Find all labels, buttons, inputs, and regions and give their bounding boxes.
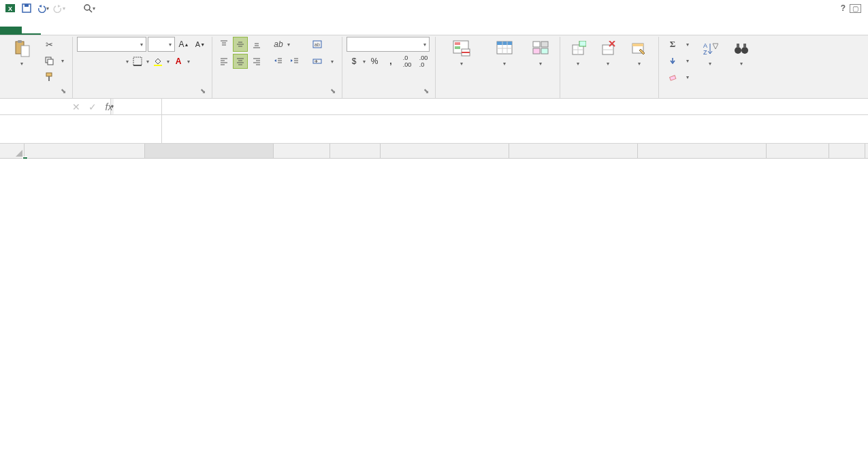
format-as-table-button[interactable]: ▾ <box>486 37 523 67</box>
ribbon-display-icon[interactable]: ▢ <box>850 4 861 13</box>
select-all-corner[interactable] <box>0 144 25 159</box>
fill-button[interactable]: ▾ <box>663 53 693 68</box>
svg-rect-76 <box>737 44 739 48</box>
tab-formulas[interactable] <box>79 27 98 35</box>
increase-font-icon[interactable]: A▲ <box>176 37 191 52</box>
svg-text:X: X <box>8 5 12 12</box>
tab-view[interactable] <box>136 27 155 35</box>
sort-filter-button[interactable]: AZ ▾ <box>696 37 724 67</box>
increase-indent-icon[interactable] <box>287 54 302 69</box>
group-font: ▾ ▾ A▲ A▼ ▾ ▾ ▾ A▾ ⬊ <box>73 37 212 98</box>
svg-rect-77 <box>743 44 746 48</box>
sort-filter-icon: AZ <box>700 38 720 59</box>
wrap-text-icon: ab <box>312 39 323 50</box>
copy-button[interactable]: ▾ <box>39 53 68 68</box>
format-cells-button[interactable]: ▾ <box>624 37 654 67</box>
bold-button[interactable] <box>77 54 92 69</box>
cell-styles-button[interactable]: ▾ <box>526 37 556 67</box>
conditional-formatting-icon <box>451 38 472 59</box>
col-header-I[interactable] <box>829 144 865 158</box>
tab-file[interactable] <box>0 27 22 35</box>
svg-rect-58 <box>533 48 540 54</box>
tab-page-layout[interactable] <box>60 27 79 35</box>
align-left-icon[interactable] <box>216 54 231 69</box>
autosum-button[interactable]: Σ▾ <box>663 37 693 52</box>
cut-button[interactable]: ✂ <box>39 37 68 52</box>
group-alignment: ab▾ ab ▾ ⬊ <box>212 37 342 98</box>
font-family-combo[interactable]: ▾ <box>77 37 146 52</box>
insert-cells-button[interactable]: ▾ <box>564 37 592 67</box>
col-header-H[interactable] <box>767 144 829 158</box>
clear-button[interactable]: ▾ <box>663 69 693 84</box>
font-launcher-icon[interactable]: ⬊ <box>198 87 208 97</box>
brush-icon <box>44 72 54 82</box>
svg-rect-52 <box>497 42 512 45</box>
decrease-font-icon[interactable]: A▼ <box>193 37 208 52</box>
clipboard-launcher-icon[interactable]: ⬊ <box>59 87 68 97</box>
find-select-button[interactable]: ▾ <box>727 37 756 67</box>
name-box[interactable]: ▾ <box>0 99 67 114</box>
decrease-decimal-icon[interactable]: .00.0 <box>416 54 431 69</box>
format-painter-button[interactable] <box>39 69 68 84</box>
col-header-B[interactable] <box>145 144 274 158</box>
group-number: ▾ $▾ % , .0.00 .00.0 ⬊ <box>342 37 436 98</box>
comma-icon[interactable]: , <box>383 54 398 69</box>
underline-button[interactable] <box>110 54 125 69</box>
group-styles: ▾ ▾ ▾ <box>436 37 560 98</box>
svg-point-75 <box>741 47 748 54</box>
border-button[interactable] <box>130 54 145 69</box>
conditional-formatting-button[interactable]: ▾ <box>440 37 483 67</box>
redo-icon[interactable]: ▾ <box>52 1 67 16</box>
delete-cells-button[interactable]: ▾ <box>594 37 622 67</box>
percent-icon[interactable]: % <box>367 54 382 69</box>
paste-button[interactable]: ▾ <box>7 37 37 67</box>
orientation-icon[interactable]: ab <box>271 37 286 52</box>
col-header-D[interactable] <box>330 144 381 158</box>
merge-center-button[interactable]: ▾ <box>308 54 338 69</box>
preview-icon[interactable]: ▾ <box>82 1 97 16</box>
formula-input[interactable] <box>162 99 868 114</box>
merge-icon <box>312 56 323 67</box>
copy-icon <box>44 55 54 66</box>
cell-styles-icon <box>530 38 551 59</box>
tab-insert[interactable] <box>41 27 60 35</box>
align-right-icon[interactable] <box>249 54 264 69</box>
col-header-A[interactable] <box>25 144 145 158</box>
spreadsheet-grid[interactable] <box>0 144 868 159</box>
col-header-C[interactable] <box>274 144 330 158</box>
decrease-indent-icon[interactable] <box>271 54 286 69</box>
excel-icon[interactable]: X <box>3 1 18 16</box>
col-header-G[interactable] <box>638 144 767 158</box>
currency-icon[interactable]: $ <box>347 54 361 69</box>
svg-rect-57 <box>541 42 548 47</box>
align-top-icon[interactable] <box>216 37 231 52</box>
undo-icon[interactable]: ▾ <box>35 1 50 16</box>
tab-home[interactable] <box>22 25 41 35</box>
help-icon[interactable]: ? <box>841 3 846 13</box>
tab-review[interactable] <box>117 27 136 35</box>
italic-button[interactable] <box>93 54 108 69</box>
number-format-combo[interactable]: ▾ <box>347 37 430 52</box>
align-bottom-icon[interactable] <box>249 37 264 52</box>
wrap-text-button[interactable]: ab <box>308 37 338 52</box>
number-launcher-icon[interactable]: ⬊ <box>421 87 431 97</box>
accept-formula-icon[interactable]: ✓ <box>87 101 98 112</box>
fill-color-button[interactable] <box>150 54 165 69</box>
col-header-E[interactable] <box>381 144 509 158</box>
align-middle-icon[interactable] <box>233 37 248 52</box>
ribbon-tabs <box>0 16 868 35</box>
fx-icon[interactable]: fx <box>103 101 114 112</box>
col-header-F[interactable] <box>509 144 638 158</box>
align-center-icon[interactable] <box>233 54 248 69</box>
font-color-button[interactable]: A <box>171 54 186 69</box>
svg-rect-59 <box>541 48 548 54</box>
alignment-launcher-icon[interactable]: ⬊ <box>328 87 338 97</box>
tab-data[interactable] <box>98 27 117 35</box>
cut-icon: ✂ <box>44 39 54 50</box>
group-cells: ▾ ▾ ▾ <box>560 37 659 98</box>
increase-decimal-icon[interactable]: .0.00 <box>400 54 415 69</box>
cancel-formula-icon[interactable]: ✕ <box>71 101 82 112</box>
font-size-combo[interactable]: ▾ <box>148 37 175 52</box>
insert-cells-icon <box>568 38 588 59</box>
save-icon[interactable] <box>19 1 34 16</box>
